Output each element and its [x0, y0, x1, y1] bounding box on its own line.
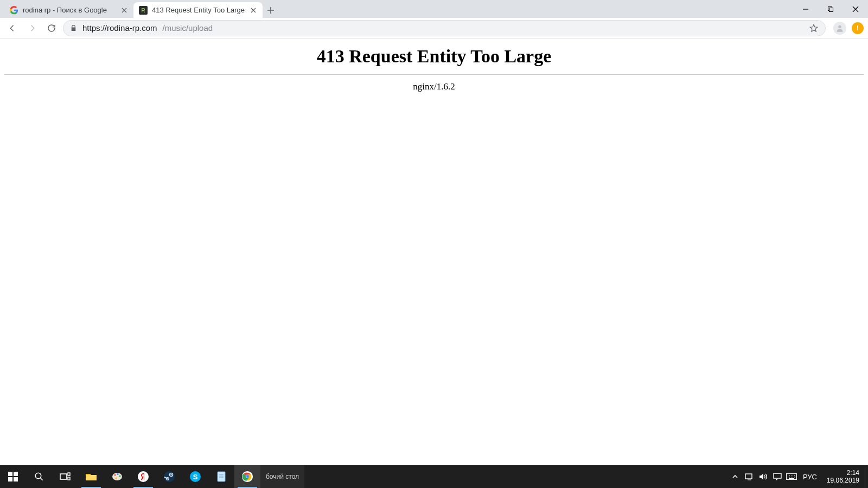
task-view-button[interactable] — [52, 465, 78, 488]
svg-text:R: R — [141, 8, 145, 14]
taskbar-app-chrome[interactable] — [234, 465, 260, 488]
volume-icon[interactable] — [756, 465, 770, 488]
svg-point-9 — [35, 473, 41, 479]
tab-error-page[interactable]: R 413 Request Entity Too Large — [133, 2, 263, 18]
tab-title: 413 Request Entity Too Large — [152, 6, 245, 14]
action-center-icon[interactable] — [770, 465, 784, 488]
site-favicon-icon: R — [139, 6, 148, 15]
close-icon[interactable] — [250, 7, 257, 14]
svg-rect-12 — [68, 477, 70, 480]
svg-point-17 — [115, 477, 117, 479]
close-window-button[interactable] — [843, 0, 868, 18]
svg-rect-8 — [14, 477, 18, 481]
google-favicon-icon — [10, 6, 18, 15]
page-content: 413 Request Entity Too Large nginx/1.6.2 — [0, 38, 868, 92]
desktop-peek-text: бочий стол — [266, 473, 299, 480]
profile-avatar-icon[interactable] — [833, 22, 846, 35]
svg-rect-3 — [829, 8, 833, 11]
clock-date: 19.06.2019 — [827, 477, 859, 484]
close-icon[interactable] — [120, 7, 128, 14]
profile-badge-icon[interactable]: ! — [852, 22, 864, 34]
tray-overflow-icon[interactable] — [728, 465, 742, 488]
tab-title: rodina rp - Поиск в Google — [23, 6, 116, 14]
tab-google-search[interactable]: rodina rp - Поиск в Google — [4, 2, 133, 18]
network-icon[interactable] — [742, 465, 756, 488]
taskbar-app-file-explorer[interactable] — [78, 465, 104, 488]
browser-tabstrip: rodina rp - Поиск в Google R 413 Request… — [0, 0, 868, 18]
error-heading: 413 Request Entity Too Large — [0, 46, 868, 67]
taskbar-desktop-peek-label[interactable]: бочий стол — [260, 465, 304, 488]
minimize-button[interactable] — [793, 0, 818, 18]
taskbar-app-yandex[interactable] — [130, 465, 156, 488]
svg-rect-6 — [14, 472, 18, 476]
search-button[interactable] — [26, 465, 52, 488]
svg-point-14 — [114, 474, 116, 476]
maximize-button[interactable] — [818, 0, 843, 18]
reload-button[interactable] — [43, 20, 60, 36]
taskbar-right: РУС 2:14 19.06.2019 — [728, 465, 868, 488]
svg-rect-11 — [68, 473, 70, 476]
svg-rect-7 — [8, 477, 12, 481]
taskbar-app-steam[interactable] — [156, 465, 182, 488]
svg-point-21 — [170, 474, 171, 475]
keyboard-icon[interactable] — [784, 465, 799, 488]
svg-rect-5 — [8, 472, 12, 476]
svg-point-19 — [164, 471, 175, 482]
svg-point-18 — [138, 471, 149, 482]
new-tab-button[interactable] — [263, 2, 279, 18]
start-button[interactable] — [0, 465, 26, 488]
svg-rect-30 — [745, 474, 752, 479]
svg-rect-25 — [218, 472, 225, 481]
show-desktop-button[interactable] — [865, 465, 868, 488]
address-bar[interactable]: https://rodina-rp.com/music/upload — [63, 20, 826, 36]
taskbar-app-notepad[interactable] — [208, 465, 234, 488]
browser-toolbar: https://rodina-rp.com/music/upload ! — [0, 18, 868, 38]
svg-point-4 — [838, 25, 841, 28]
lock-icon — [70, 24, 77, 31]
forward-button[interactable] — [24, 20, 40, 36]
window-controls — [793, 0, 868, 18]
back-button[interactable] — [4, 20, 21, 36]
svg-rect-10 — [60, 474, 67, 479]
svg-point-15 — [117, 473, 118, 475]
input-language[interactable]: РУС — [799, 465, 821, 488]
clock-time: 2:14 — [847, 469, 859, 477]
taskbar-app-paint[interactable] — [104, 465, 130, 488]
taskbar-app-skype[interactable]: S — [182, 465, 208, 488]
bookmark-star-icon[interactable] — [809, 23, 819, 33]
server-signature: nginx/1.6.2 — [0, 81, 868, 92]
taskbar-clock[interactable]: 2:14 19.06.2019 — [821, 465, 865, 488]
windows-taskbar: S бочий стол РУС 2:14 — [0, 465, 868, 488]
svg-text:S: S — [193, 473, 198, 481]
divider — [4, 74, 864, 75]
language-text: РУС — [803, 473, 817, 481]
svg-point-16 — [119, 475, 120, 477]
svg-point-29 — [246, 476, 248, 478]
url-path: /music/upload — [163, 23, 213, 33]
url-host: https://rodina-rp.com — [82, 23, 157, 33]
toolbar-right: ! — [829, 22, 864, 35]
taskbar-left: S бочий стол — [0, 465, 304, 488]
